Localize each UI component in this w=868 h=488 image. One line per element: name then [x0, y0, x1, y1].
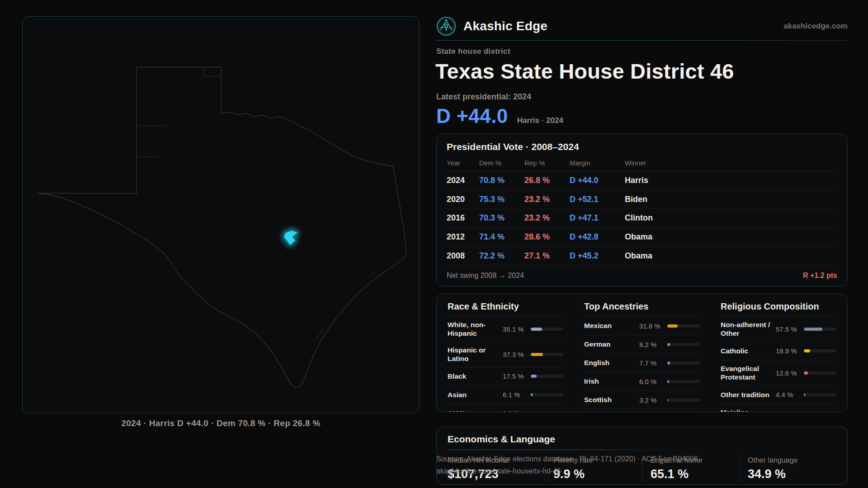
- vote-margin: D +45.2: [570, 251, 625, 261]
- econ-stat-label: Median HH income: [448, 456, 545, 465]
- demo-panel-title: Race & Ethnicity: [448, 301, 563, 317]
- econ-stat-value: 34.9 %: [748, 467, 836, 481]
- permalink[interactable]: akashicedge.com/state-house/tx-hd-46: [436, 465, 698, 477]
- vote-card-title: Presidential Vote · 2008–2024: [447, 141, 837, 152]
- presidential-vote-card: Presidential Vote · 2008–2024 Year Dem %…: [436, 134, 848, 286]
- bar-fill: [804, 328, 822, 331]
- bar-fill: [531, 412, 532, 412]
- demo-label: Hispanic or Latino: [448, 346, 503, 363]
- bar-track: [804, 371, 836, 375]
- col-year: Year: [447, 159, 479, 167]
- brand-site-link[interactable]: akashicedge.com: [783, 22, 848, 31]
- bar-fill: [667, 380, 669, 383]
- texas-outline: [38, 67, 406, 388]
- col-winner: Winner: [625, 159, 837, 167]
- econ-stat: Other language34.9 %: [739, 455, 836, 482]
- texas-map-panel: [22, 16, 420, 413]
- demo-row: White, non-Hispanic35.1 %: [448, 317, 563, 342]
- econ-stat-label: Other language: [748, 456, 836, 465]
- demo-value: 57.5 %: [776, 325, 804, 333]
- bar-fill: [531, 393, 533, 396]
- demo-value: 4.4 %: [776, 391, 804, 399]
- demo-row: Asian6.1 %: [448, 386, 563, 404]
- demo-panel-race: Race & EthnicityWhite, non-Hispanic35.1 …: [448, 301, 563, 412]
- vote-margin: D +42.8: [570, 232, 625, 242]
- map-boundary-detail: [139, 126, 165, 157]
- bar-track: [804, 393, 836, 396]
- vote-table-row: 202075.3 %23.2 %D +52.1Biden: [447, 190, 837, 209]
- vote-dem-pct: 75.3 %: [479, 195, 524, 204]
- bar-fill: [531, 328, 542, 331]
- demo-value: 3.2 %: [639, 396, 667, 404]
- vote-winner: Clinton: [625, 213, 837, 223]
- vote-year: 2016: [447, 213, 479, 223]
- demo-value: 37.3 %: [503, 351, 531, 358]
- brand-header: Akashic Edge akashicedge.com: [436, 14, 848, 38]
- vote-table-header: Year Dem % Rep % Margin Winner: [447, 159, 837, 171]
- vote-table-row: 201670.3 %23.2 %D +47.1Clinton: [447, 209, 837, 228]
- bar-track: [531, 375, 563, 378]
- demo-panel-religion: Religious CompositionNon-adherent / Othe…: [721, 301, 836, 412]
- vote-margin: D +47.1: [570, 213, 625, 223]
- bar-track: [667, 324, 700, 328]
- vote-table-row: 202470.8 %26.8 %D +44.0Harris: [447, 171, 837, 190]
- bar-fill: [804, 393, 805, 396]
- vote-table-row: 201271.4 %28.6 %D +42.8Obama: [447, 228, 837, 247]
- page-title: Texas State House District 46: [435, 59, 856, 84]
- demo-label: Mainline Protestant: [721, 408, 776, 413]
- demo-row: Mexican31.8 %: [584, 317, 700, 335]
- bar-fill: [667, 399, 668, 402]
- vote-rep-pct: 28.6 %: [524, 232, 570, 242]
- margin-value: D +44.0: [436, 105, 508, 127]
- economics-title: Economics & Language: [448, 434, 836, 445]
- col-rep: Rep %: [524, 159, 570, 167]
- demo-panel-title: Top Ancestries: [584, 301, 700, 317]
- latest-presidential-label: Latest presidential: 2024: [436, 92, 531, 102]
- vote-year: 2020: [447, 195, 479, 204]
- margin-detail: Harris · 2024: [517, 116, 563, 125]
- econ-stat-label: English at home: [651, 456, 739, 465]
- demo-label: German: [584, 340, 639, 348]
- texas-map: [23, 17, 419, 413]
- bar-fill: [667, 343, 670, 346]
- demo-value: 1.0 %: [503, 409, 531, 412]
- demo-label: Mexican: [584, 321, 639, 330]
- bar-fill: [804, 371, 808, 375]
- demo-label: Evangelical Protestant: [721, 364, 776, 382]
- bar-track: [531, 328, 563, 331]
- vote-winner: Harris: [625, 176, 837, 185]
- coastline-detail: [316, 270, 377, 339]
- bar-track: [667, 343, 700, 346]
- bar-fill: [531, 375, 537, 378]
- net-swing-row: Net swing 2008 → 2024 R +1.2 pts: [447, 266, 837, 280]
- demo-value: 12.6 %: [776, 369, 804, 377]
- vote-margin: D +52.1: [570, 195, 625, 204]
- map-caption: 2024 · Harris D +44.0 · Dem 70.8 % · Rep…: [22, 418, 420, 428]
- bar-track: [531, 412, 563, 412]
- demo-row: English7.7 %: [584, 354, 700, 372]
- demo-value: 31.8 %: [639, 322, 667, 330]
- demo-label: Non-adherent / Other: [721, 320, 776, 338]
- demo-label: Black: [448, 372, 503, 380]
- demo-value: 8.2 %: [639, 341, 667, 348]
- vote-dem-pct: 72.2 %: [479, 251, 524, 261]
- demo-value: 7.7 %: [639, 359, 667, 367]
- vote-year: 2008: [447, 251, 479, 261]
- vote-rep-pct: 23.2 %: [524, 213, 570, 223]
- col-margin: Margin: [570, 159, 625, 167]
- demo-label: Irish: [584, 377, 639, 385]
- vote-winner: Biden: [625, 195, 837, 204]
- demo-row: Non-adherent / Other57.5 %: [721, 317, 836, 342]
- demo-label: Other tradition: [721, 390, 776, 399]
- net-swing-label: Net swing 2008 → 2024: [447, 272, 524, 280]
- vote-table-rows: 202470.8 %26.8 %D +44.0Harris202075.3 %2…: [447, 171, 837, 266]
- vote-rep-pct: 27.1 %: [524, 251, 570, 261]
- vote-winner: Obama: [625, 232, 837, 242]
- demo-value: 6.1 %: [503, 391, 531, 399]
- bar-track: [531, 393, 563, 396]
- economics-divider: [448, 450, 836, 450]
- demo-label: Asian: [448, 390, 503, 399]
- vote-rep-pct: 23.2 %: [524, 195, 570, 204]
- demo-row: Catholic18.9 %: [721, 342, 836, 361]
- brand-name: Akashic Edge: [463, 19, 547, 33]
